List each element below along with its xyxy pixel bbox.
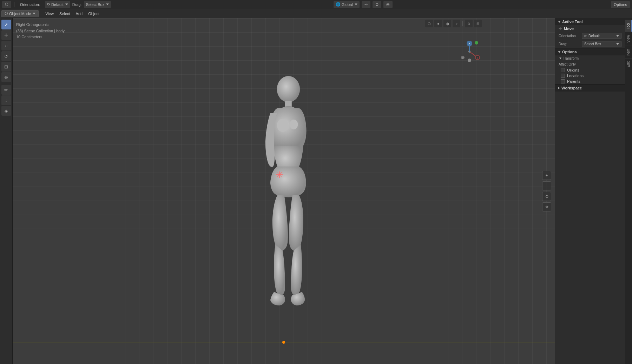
drag-panel-chevron [616,43,619,45]
active-tool-triangle [558,21,561,23]
parents-checkbox[interactable] [561,79,565,83]
origins-row[interactable]: Origins [555,67,625,73]
svg-text:Z: Z [469,42,470,46]
axis-widget: Z X Y [457,39,482,64]
svg-line-2 [469,52,478,58]
model-figure [240,72,331,310]
object-menu[interactable]: Object [86,11,101,16]
drag-panel-dropdown[interactable]: Select Box [582,41,621,47]
transform-tool[interactable]: ⊕ [1,72,11,82]
orientation-panel-dropdown[interactable]: ⟳ Default [582,33,621,39]
global-dropdown[interactable]: 🌐 Global [334,1,360,8]
viewport-overlay-btn[interactable]: ⊙ [465,20,473,27]
orientation-dropdown[interactable]: ⟳ Default [45,1,70,8]
snap-btn[interactable]: ⊙ [373,1,381,8]
blender-icon: ⬡ [5,2,8,7]
viewport-shading-solid[interactable]: ● [434,20,442,27]
extra-tool[interactable]: ◈ [1,106,11,116]
global-chevron [355,4,357,5]
move-label: Move [564,27,574,31]
orientation-panel-value: Default [588,34,600,38]
sep-toolbar [41,11,41,16]
tab-view[interactable]: View [625,32,632,46]
second-toolbar: ⬡ Object Mode View Select Add Object [0,9,632,18]
nav-orbit[interactable]: ⊙ [542,192,551,201]
nav-zoom-out[interactable]: − [542,181,551,190]
move-icon: ✛ [559,26,562,31]
parents-label: Parents [567,79,580,83]
orientation-icon: ⟳ [47,2,50,7]
svg-point-7 [468,50,470,53]
workspace-label: Workspace [561,86,582,90]
viewport-gizmo-btn[interactable]: ⊞ [474,20,482,27]
top-header: ⬡ Orientation: ⟳ Default Drag: Select Bo… [0,0,632,9]
parents-row[interactable]: Parents [555,79,625,84]
tab-tool[interactable]: Tool [625,20,632,32]
origin-dot [282,341,285,344]
svg-point-10 [468,59,471,62]
transform-label: Transform [563,56,579,60]
rotate-tool[interactable]: ↺ [1,51,11,61]
left-toolbar: ⤢ ✛ ↔ ↺ ⊞ ⊕ ✏ ↕ ◈ [0,18,13,364]
orientation-panel-chevron [616,35,619,37]
locations-row[interactable]: Locations [555,73,625,79]
globe-icon: 🌐 [336,2,341,7]
options-label: Options [562,50,577,54]
svg-point-9 [475,41,478,45]
transform-subsection[interactable]: Transform [555,55,625,61]
select-box-tool[interactable]: ⤢ [1,20,11,29]
svg-text:Y: Y [462,56,464,60]
nav-pan[interactable]: ✥ [542,202,551,211]
viewport-shading-material[interactable]: ◑ [443,20,451,27]
options-button[interactable]: Options [611,1,630,8]
locations-checkbox[interactable] [561,74,565,78]
transform-pivot-btn[interactable]: ⊹ [362,1,370,8]
svg-point-11 [277,76,300,102]
move-tool[interactable]: ↔ [1,41,11,50]
side-tabs: Tool View Item Edit [625,18,632,364]
active-tool-label: Active Tool [562,20,582,24]
viewport-top-controls: ⬡ ● ◑ ○ ⊙ ⊞ [425,20,482,27]
right-panel-container: Active Tool ✛ Move Orientation ⟳ Default… [555,18,632,364]
drag-panel-value: Select Box [584,42,601,46]
orientation-row: Orientation ⟳ Default [555,32,625,40]
view-menu[interactable]: View [43,11,56,16]
cursor-tool[interactable]: ✛ [1,30,11,40]
global-label: Global [342,2,353,7]
drag-value: Select Box [86,2,105,7]
origins-checkbox[interactable] [561,68,565,72]
select-menu[interactable]: Select [57,11,72,16]
transform-triangle [559,58,561,59]
workspace-section[interactable]: Workspace [555,84,625,92]
active-tool-section[interactable]: Active Tool [555,18,625,25]
tab-item[interactable]: Item [625,46,632,58]
drag-dropdown[interactable]: Select Box [84,1,111,8]
viewport-shading-wireframe[interactable]: ⬡ [425,20,433,27]
right-panel: Active Tool ✛ Move Orientation ⟳ Default… [555,18,625,364]
app-menu-button[interactable]: ⬡ [2,1,11,8]
options-section[interactable]: Options [555,48,625,55]
affect-only-label: Affect Only [559,62,580,66]
viewport-nav: + − ⊙ ✥ [542,171,551,211]
viewport-shading-render[interactable]: ○ [453,20,460,27]
measure-tool[interactable]: ↕ [1,95,11,105]
scale-tool[interactable]: ⊞ [1,62,11,72]
svg-point-0 [467,41,472,46]
drag-row: Drag: Select Box [555,40,625,48]
viewport[interactable]: Right Orthographic (33) Scene Collection… [13,18,555,364]
drag-chevron [106,4,109,5]
orientation-value: Default [51,2,64,7]
object-mode-label: Object Mode [9,12,31,16]
nav-zoom-in[interactable]: + [542,171,551,180]
separator-1 [14,2,14,7]
tab-edit[interactable]: Edit [625,58,632,70]
annotate-tool[interactable]: ✏ [1,85,11,95]
orientation-label: Orientation: [17,1,43,8]
proportional-edit-btn[interactable]: ◎ [383,1,393,8]
object-mode-icon: ⬡ [5,11,8,16]
add-menu[interactable]: Add [74,11,85,16]
view-name: Right Orthographic [16,22,65,28]
scale-info: 10 Centimeters [16,34,65,40]
svg-point-15 [290,120,298,129]
object-mode-btn[interactable]: ⬡ Object Mode [1,10,39,17]
